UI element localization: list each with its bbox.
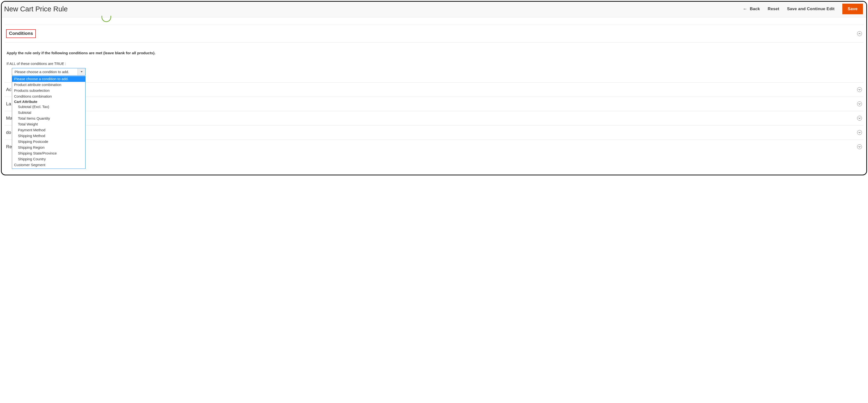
section-labels-label: La bbox=[6, 101, 11, 106]
rule-mid: of these conditions are bbox=[17, 62, 53, 66]
save-button[interactable]: Save bbox=[842, 4, 863, 14]
conditions-instructions: Apply the rule only if the following con… bbox=[6, 51, 862, 55]
dropdown-option-product-attribute[interactable]: Product attribute combination bbox=[12, 82, 85, 88]
reset-button[interactable]: Reset bbox=[768, 6, 779, 11]
rule-colon: : bbox=[65, 62, 66, 66]
chevron-down-icon[interactable] bbox=[857, 116, 862, 121]
condition-dropdown: Please choose a condition to add. Produc… bbox=[12, 76, 86, 169]
section-related-dynamic-blocks[interactable]: Related Dynamic Blocks bbox=[5, 140, 863, 154]
condition-select[interactable]: Please choose a condition to add. bbox=[12, 68, 86, 75]
dropdown-option-shipping-region[interactable]: Shipping Region bbox=[12, 145, 85, 150]
back-label: Back bbox=[750, 6, 760, 11]
page-title: New Cart Price Rule bbox=[4, 5, 68, 13]
section-do-label: do bbox=[6, 130, 11, 135]
save-continue-button[interactable]: Save and Continue Edit bbox=[787, 6, 835, 11]
dropdown-option-customer-segment[interactable]: Customer Segment bbox=[12, 162, 85, 168]
dropdown-option-payment-method[interactable]: Payment Method bbox=[12, 127, 85, 133]
chevron-down-icon[interactable] bbox=[857, 87, 862, 92]
dropdown-option-products-subselection[interactable]: Products subselection bbox=[12, 88, 85, 93]
dropdown-option-shipping-method[interactable]: Shipping Method bbox=[12, 133, 85, 139]
section-actions[interactable]: Ac bbox=[5, 82, 863, 97]
dropdown-option-placeholder[interactable]: Please choose a condition to add. bbox=[12, 76, 85, 82]
dropdown-option-shipping-postcode[interactable]: Shipping Postcode bbox=[12, 139, 85, 145]
section-do[interactable]: do bbox=[5, 125, 863, 140]
header-actions: ← Back Reset Save and Continue Edit Save bbox=[743, 4, 863, 14]
rule-value-link[interactable]: TRUE bbox=[54, 62, 64, 66]
dropdown-option-subtotal[interactable]: Subtotal bbox=[12, 110, 85, 116]
dropdown-option-subtotal-excl-tax[interactable]: Subtotal (Excl. Tax) bbox=[12, 104, 85, 110]
chevron-up-icon[interactable] bbox=[857, 31, 862, 36]
dropdown-option-shipping-state[interactable]: Shipping State/Province bbox=[12, 150, 85, 156]
section-actions-label: Ac bbox=[6, 87, 11, 92]
dropdown-option-conditions-combination[interactable]: Conditions combination bbox=[12, 93, 85, 99]
dropdown-option-total-weight[interactable]: Total Weight bbox=[12, 121, 85, 127]
dropdown-option-shipping-country[interactable]: Shipping Country bbox=[12, 156, 85, 162]
lower-sections: Ac La Ma do Related Dynamic Blocks bbox=[2, 82, 866, 159]
conditions-section-header[interactable]: Conditions bbox=[5, 25, 863, 42]
rule-aggregator-link[interactable]: ALL bbox=[9, 62, 16, 66]
chevron-down-icon[interactable] bbox=[857, 144, 862, 149]
page-header: New Cart Price Rule ← Back Reset Save an… bbox=[2, 2, 866, 18]
conditions-title: Conditions bbox=[6, 29, 36, 38]
chevron-down-icon[interactable] bbox=[857, 130, 862, 135]
condition-select-text: Please choose a condition to add. bbox=[12, 68, 78, 75]
condition-selector-wrap: Please choose a condition to add. Please… bbox=[6, 68, 862, 75]
dropdown-group-cart-attribute: Cart Attribute bbox=[12, 99, 85, 104]
section-manage[interactable]: Ma bbox=[5, 111, 863, 125]
chevron-down-icon[interactable] bbox=[78, 68, 85, 75]
conditions-body: Apply the rule only if the following con… bbox=[5, 42, 863, 82]
back-button[interactable]: ← Back bbox=[743, 6, 760, 11]
chevron-down-icon[interactable] bbox=[857, 101, 862, 106]
content-area: Conditions Apply the rule only if the fo… bbox=[2, 18, 866, 82]
section-manage-label: Ma bbox=[6, 116, 12, 121]
arrow-left-icon: ← bbox=[743, 6, 747, 11]
dropdown-option-total-items-quantity[interactable]: Total Items Quantity bbox=[12, 116, 85, 121]
section-labels[interactable]: La bbox=[5, 97, 863, 111]
page-container: New Cart Price Rule ← Back Reset Save an… bbox=[1, 1, 867, 175]
rule-if: If bbox=[6, 62, 8, 66]
rule-aggregator-line: If ALL of these conditions are TRUE : bbox=[6, 62, 862, 66]
